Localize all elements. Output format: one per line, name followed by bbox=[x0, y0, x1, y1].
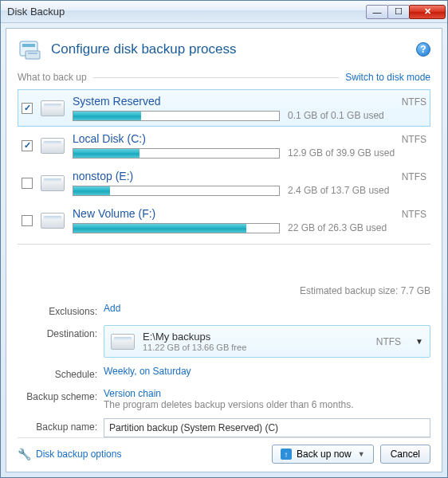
content-panel: Configure disk backup process ? What to … bbox=[6, 28, 442, 472]
destination-fs: NTFS bbox=[376, 336, 401, 347]
volume-name: nonstop (E:) bbox=[73, 170, 133, 182]
exclusions-label: Exclusions: bbox=[18, 303, 97, 317]
volume-name: System Reserved bbox=[73, 95, 160, 108]
divider bbox=[93, 77, 340, 78]
destination-label: Destination: bbox=[18, 325, 97, 339]
volume-row[interactable]: System ReservedNTFS0.1 GB of 0.1 GB used bbox=[18, 89, 430, 127]
titlebar[interactable]: Disk Backup — ☐ ✕ bbox=[1, 1, 447, 23]
maximize-button[interactable]: ☐ bbox=[387, 5, 410, 19]
scheme-label: Backup scheme: bbox=[18, 388, 97, 402]
schedule-label: Schedule: bbox=[18, 366, 97, 380]
destination-selector[interactable]: E:\My backups 11.22 GB of 13.66 GB free … bbox=[104, 325, 430, 358]
disk-backup-window: Disk Backup — ☐ ✕ Configure disk backup … bbox=[0, 0, 448, 478]
minimize-button[interactable]: — bbox=[366, 5, 388, 19]
disk-backup-options-link[interactable]: Disk backup options bbox=[36, 449, 121, 460]
backup-name-input[interactable] bbox=[104, 418, 430, 437]
svg-rect-1 bbox=[22, 44, 35, 47]
svg-rect-3 bbox=[28, 53, 37, 54]
chevron-down-icon: ▼ bbox=[415, 337, 423, 346]
volume-usage: 0.1 GB of 0.1 GB used bbox=[288, 110, 384, 121]
drive-icon bbox=[41, 100, 65, 116]
volume-checkbox[interactable] bbox=[22, 178, 33, 189]
divider bbox=[18, 244, 430, 277]
volume-checkbox[interactable] bbox=[22, 140, 33, 151]
volume-checkbox[interactable] bbox=[22, 103, 33, 114]
svg-rect-2 bbox=[26, 51, 40, 59]
window-controls: — ☐ ✕ bbox=[367, 5, 446, 19]
volume-usage: 12.9 GB of 39.9 GB used bbox=[288, 147, 395, 159]
destination-free: 11.22 GB of 13.66 GB free bbox=[143, 343, 368, 352]
scheme-link[interactable]: Version chain bbox=[104, 388, 161, 399]
upload-icon: ↑ bbox=[281, 449, 292, 460]
wrench-icon: 🔧 bbox=[18, 448, 31, 460]
drive-icon bbox=[41, 175, 65, 191]
schedule-link[interactable]: Weekly, on Saturday bbox=[104, 366, 191, 377]
volume-row[interactable]: nonstop (E:)NTFS2.4 GB of 13.7 GB used bbox=[18, 164, 430, 202]
volume-name: Local Disk (C:) bbox=[73, 132, 146, 145]
help-icon[interactable]: ? bbox=[416, 42, 430, 57]
usage-bar bbox=[73, 111, 280, 121]
volume-usage: 2.4 GB of 13.7 GB used bbox=[288, 185, 389, 196]
back-up-now-button[interactable]: ↑ Back up now ▼ bbox=[272, 445, 374, 464]
page-title: Configure disk backup process bbox=[51, 41, 408, 57]
volume-fs: NTFS bbox=[402, 96, 426, 108]
backup-name-label: Backup name: bbox=[18, 418, 97, 433]
usage-bar bbox=[73, 186, 280, 196]
disk-backup-icon bbox=[18, 37, 43, 62]
usage-bar bbox=[73, 223, 280, 233]
volume-usage: 22 GB of 26.3 GB used bbox=[288, 222, 387, 233]
close-button[interactable]: ✕ bbox=[409, 5, 446, 19]
volume-fs: NTFS bbox=[402, 209, 426, 220]
volume-row[interactable]: Local Disk (C:)NTFS12.9 GB of 39.9 GB us… bbox=[18, 127, 430, 164]
chevron-down-icon: ▼ bbox=[358, 450, 365, 458]
scheme-description: The program deletes backup versions olde… bbox=[104, 399, 430, 410]
drive-icon bbox=[111, 334, 135, 350]
usage-bar bbox=[73, 148, 280, 159]
drive-icon bbox=[41, 138, 65, 154]
volume-list: System ReservedNTFS0.1 GB of 0.1 GB used… bbox=[18, 89, 430, 239]
volume-name: New Volume (F:) bbox=[73, 207, 155, 220]
drive-icon bbox=[41, 213, 65, 229]
volume-fs: NTFS bbox=[402, 171, 426, 182]
volume-fs: NTFS bbox=[402, 134, 426, 145]
window-title: Disk Backup bbox=[7, 6, 367, 18]
estimated-size: Estimated backup size: 7.7 GB bbox=[18, 285, 430, 296]
what-to-backup-label: What to back up bbox=[18, 72, 87, 83]
volume-row[interactable]: New Volume (F:)NTFS22 GB of 26.3 GB used bbox=[18, 202, 430, 239]
cancel-button[interactable]: Cancel bbox=[380, 445, 430, 464]
destination-path: E:\My backups bbox=[143, 331, 368, 343]
volume-checkbox[interactable] bbox=[22, 215, 33, 226]
switch-to-disk-mode-link[interactable]: Switch to disk mode bbox=[345, 72, 430, 83]
exclusions-add-link[interactable]: Add bbox=[104, 303, 120, 314]
